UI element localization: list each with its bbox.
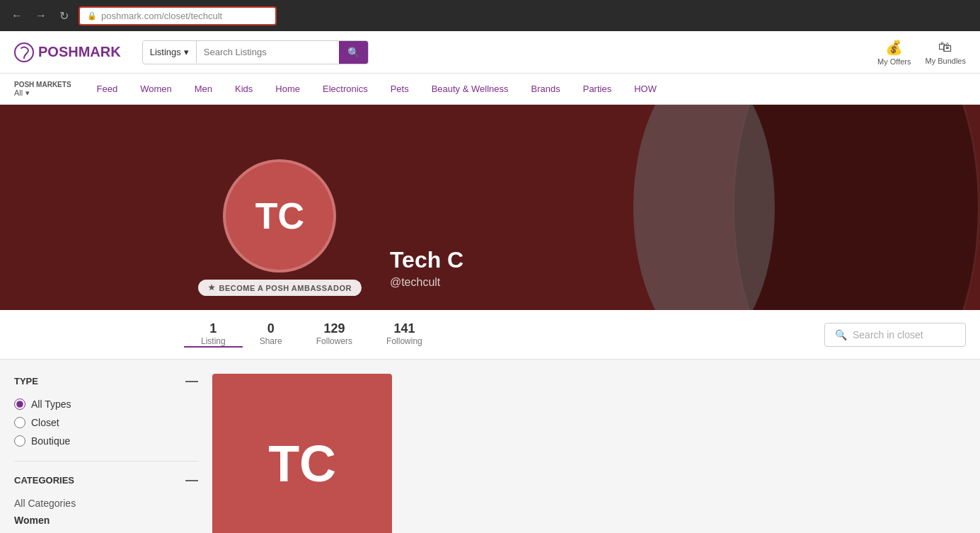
type-all-option[interactable]: All Types: [14, 399, 198, 410]
username: @techcult: [390, 276, 463, 289]
listing-card[interactable]: TC: [212, 374, 392, 533]
stats-bar: 1 Listing 0 Share 129 Followers 141 Foll…: [0, 310, 980, 360]
category-nav-items: Feed Women Men Kids Home Electronics Pet…: [86, 75, 668, 103]
search-input[interactable]: [197, 41, 339, 63]
stat-listing-label: Listing: [201, 336, 226, 346]
my-offers-button[interactable]: 💰 My Offers: [877, 39, 911, 66]
nav-home[interactable]: Home: [264, 75, 311, 103]
nav-feed[interactable]: Feed: [86, 75, 129, 103]
type-closet-option[interactable]: Closet: [14, 417, 198, 428]
stat-share-num: 0: [267, 321, 275, 336]
type-boutique-radio[interactable]: [14, 435, 25, 447]
stat-followers[interactable]: 129 Followers: [299, 321, 369, 348]
hero-content: TC ★ BECOME A POSH AMBASSADOR Tech C @te…: [0, 159, 463, 296]
nav-kids[interactable]: Kids: [224, 75, 264, 103]
type-closet-label: Closet: [31, 417, 59, 428]
type-filter-section: TYPE — All Types Closet Boutique: [14, 374, 198, 447]
user-avatar-wrapper: TC ★ BECOME A POSH AMBASSADOR: [198, 159, 362, 296]
nav-brands[interactable]: Brands: [520, 75, 572, 103]
star-icon: ★: [208, 283, 216, 292]
reload-button[interactable]: ↻: [57, 6, 71, 25]
stat-following[interactable]: 141 Following: [369, 321, 439, 348]
posh-markets[interactable]: POSH MARKETS All ▾: [14, 81, 71, 98]
back-button[interactable]: ←: [8, 6, 25, 25]
ambassador-badge[interactable]: ★ BECOME A POSH AMBASSADOR: [198, 280, 362, 296]
type-collapse-button[interactable]: —: [185, 374, 198, 389]
listing-thumbnail: TC: [212, 374, 392, 533]
category-women[interactable]: Women: [14, 515, 198, 526]
categories-collapse-button[interactable]: —: [185, 473, 198, 488]
type-closet-radio[interactable]: [14, 417, 25, 428]
listings-grid: TC: [212, 374, 966, 533]
posh-markets-value: All ▾: [14, 88, 71, 98]
type-all-radio[interactable]: [14, 399, 25, 410]
search-bar: Listings ▾ 🔍: [142, 40, 369, 64]
stat-listing-num: 1: [209, 321, 217, 336]
nav-right: 💰 My Offers 🛍 My Bundles: [877, 39, 966, 66]
poshmark-logo[interactable]: POSHMARK: [14, 42, 121, 62]
search-button[interactable]: 🔍: [339, 41, 368, 64]
stat-following-num: 141: [393, 321, 415, 336]
user-info: Tech C @techcult: [390, 247, 463, 296]
search-in-closet[interactable]: 🔍 Search in closet: [824, 323, 966, 347]
forward-button[interactable]: →: [33, 6, 50, 25]
type-filter-title: TYPE —: [14, 374, 198, 389]
nav-electronics[interactable]: Electronics: [311, 75, 379, 103]
stat-share[interactable]: 0 Share: [243, 321, 299, 348]
search-icon: 🔍: [347, 47, 359, 58]
display-name: Tech C: [390, 247, 463, 273]
nav-how[interactable]: HOW: [623, 75, 668, 103]
bundles-icon: 🛍: [938, 39, 952, 55]
svg-point-0: [15, 43, 33, 62]
hero-banner: TC ★ BECOME A POSH AMBASSADOR Tech C @te…: [0, 105, 980, 310]
category-nav: POSH MARKETS All ▾ Feed Women Men Kids H…: [0, 74, 980, 105]
stat-share-label: Share: [260, 336, 282, 346]
category-all[interactable]: All Categories: [14, 498, 198, 509]
avatar: TC: [223, 159, 336, 273]
nav-pets[interactable]: Pets: [379, 75, 420, 103]
stats-items: 1 Listing 0 Share 129 Followers 141 Foll…: [184, 321, 439, 348]
categories-filter-title: CATEGORIES —: [14, 473, 198, 488]
nav-men[interactable]: Men: [183, 75, 224, 103]
nav-women[interactable]: Women: [129, 75, 183, 103]
categories-filter-section: CATEGORIES — All Categories Women: [14, 473, 198, 526]
nav-beauty[interactable]: Beauty & Wellness: [420, 75, 520, 103]
browser-chrome: ← → ↻ 🔒 poshmark.com/closet/techcult: [0, 0, 980, 31]
search-closet-icon: 🔍: [835, 329, 847, 340]
my-bundles-button[interactable]: 🛍 My Bundles: [926, 39, 966, 65]
dropdown-arrow-icon: ▾: [184, 47, 189, 57]
stat-following-label: Following: [386, 336, 422, 346]
search-closet-placeholder: Search in closet: [853, 329, 923, 340]
type-boutique-option[interactable]: Boutique: [14, 435, 198, 447]
type-boutique-label: Boutique: [31, 435, 70, 447]
listing-thumb-initials: TC: [268, 435, 336, 493]
search-dropdown[interactable]: Listings ▾: [143, 41, 197, 63]
lock-icon: 🔒: [87, 11, 97, 21]
stat-followers-num: 129: [323, 321, 345, 336]
type-all-label: All Types: [31, 399, 71, 410]
stat-followers-label: Followers: [316, 336, 352, 346]
filter-divider: [14, 461, 198, 462]
hero-bg-decoration: [633, 105, 980, 310]
main-content: TYPE — All Types Closet Boutique CATEGOR…: [0, 360, 980, 533]
stat-listing[interactable]: 1 Listing: [184, 321, 243, 348]
top-nav: POSHMARK Listings ▾ 🔍 💰 My Offers 🛍 My B…: [0, 31, 980, 74]
posh-markets-arrow-icon: ▾: [25, 88, 30, 98]
nav-parties[interactable]: Parties: [572, 75, 623, 103]
sidebar-filter: TYPE — All Types Closet Boutique CATEGOR…: [14, 374, 212, 533]
offers-icon: 💰: [885, 39, 903, 56]
url-display: poshmark.com/closet/techcult: [101, 11, 222, 21]
address-bar[interactable]: 🔒 poshmark.com/closet/techcult: [79, 6, 277, 25]
